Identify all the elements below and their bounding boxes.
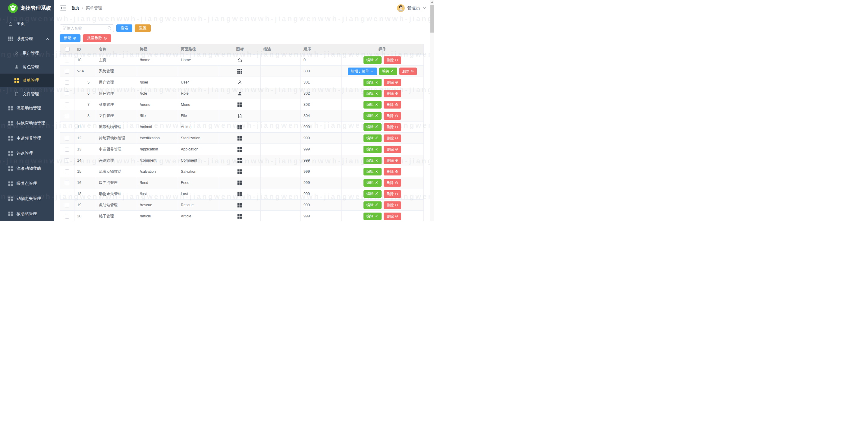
search-button[interactable]: 搜索 xyxy=(116,24,132,32)
delete-button[interactable]: 删除⊖ xyxy=(384,179,401,187)
delete-button[interactable]: 删除⊖ xyxy=(399,67,417,75)
delete-button[interactable]: 删除⊖ xyxy=(384,123,401,131)
row-actions: 编辑删除⊖ xyxy=(342,188,423,199)
sidebar-item-adoption-application-management[interactable]: 申请领养管理 xyxy=(0,131,54,146)
edit-button[interactable]: 编辑 xyxy=(364,190,381,198)
edit-button[interactable]: 编辑 xyxy=(364,168,381,175)
delete-button[interactable]: 删除⊖ xyxy=(384,168,401,175)
reset-button[interactable]: 重置 xyxy=(135,24,151,32)
edit-button[interactable]: 编辑 xyxy=(364,101,381,109)
row-page-path: Rescue xyxy=(178,200,219,210)
grid-2x2-icon xyxy=(237,102,242,107)
action-toolbar: 新增⊕ 批量删除⊖ xyxy=(60,34,434,42)
sidebar-item-comment-management[interactable]: 评论管理 xyxy=(0,146,54,161)
edit-button[interactable]: 编辑 xyxy=(364,112,381,120)
delete-button[interactable]: 删除⊖ xyxy=(384,157,401,164)
edit-button[interactable]: 编辑 xyxy=(364,179,381,187)
add-child-button[interactable]: 新增子菜单＋ xyxy=(348,67,377,75)
row-checkbox[interactable] xyxy=(65,125,69,129)
edit-button[interactable]: 编辑 xyxy=(364,56,381,64)
sidebar-item-user-management[interactable]: 用户管理 xyxy=(0,47,54,60)
sidebar-menu: 主页 系统管理 用户管理 角色管理 菜单管理 文件管理 流浪动物管理 xyxy=(0,16,54,221)
grid-2x2-icon xyxy=(237,191,242,197)
sidebar-item-lost-animal-management[interactable]: 动物走失管理 xyxy=(0,191,54,206)
row-checkbox[interactable] xyxy=(65,181,69,185)
sidebar-item-stray-animal-rescue[interactable]: 流浪动物救助 xyxy=(0,161,54,176)
edit-button[interactable]: 编辑 xyxy=(364,135,381,142)
table-row: 14 评论管理 /comment Comment 999 编辑删除⊖ xyxy=(60,155,424,166)
edit-button[interactable]: 编辑 xyxy=(364,201,381,209)
row-checkbox[interactable] xyxy=(65,192,69,196)
sidebar-item-stray-animal-management[interactable]: 流浪动物管理 xyxy=(0,101,54,116)
row-path xyxy=(137,66,178,77)
row-id: 20 xyxy=(77,214,82,218)
row-name: 申请领养管理 xyxy=(96,144,137,155)
row-checkbox[interactable] xyxy=(65,114,69,118)
row-checkbox[interactable] xyxy=(65,69,69,73)
row-order: 999 xyxy=(301,200,342,210)
row-checkbox[interactable] xyxy=(65,136,69,141)
row-order: 999 xyxy=(301,121,342,132)
delete-button[interactable]: 删除⊖ xyxy=(384,201,401,209)
row-checkbox[interactable] xyxy=(65,214,69,218)
user-filled-icon xyxy=(237,91,242,96)
batch-delete-button[interactable]: 批量删除⊖ xyxy=(83,34,111,42)
row-checkbox[interactable] xyxy=(65,147,69,152)
delete-button[interactable]: 删除⊖ xyxy=(384,190,401,198)
delete-button[interactable]: 删除⊖ xyxy=(384,90,401,97)
delete-button[interactable]: 删除⊖ xyxy=(384,146,401,153)
row-name: 救助站管理 xyxy=(96,200,137,210)
row-desc xyxy=(261,188,301,199)
row-actions: 编辑删除⊖ xyxy=(342,132,423,144)
edit-button[interactable]: 编辑 xyxy=(364,79,381,86)
row-page-path xyxy=(178,66,219,77)
sidebar-item-menu-management[interactable]: 菜单管理 xyxy=(0,73,54,87)
breadcrumb-home[interactable]: 首页 xyxy=(71,5,79,11)
delete-button[interactable]: 删除⊖ xyxy=(384,212,401,220)
search-input[interactable] xyxy=(60,24,114,32)
sidebar-item-rescue-station-management[interactable]: 救助站管理 xyxy=(0,206,54,221)
expand-arrow-icon[interactable] xyxy=(77,70,81,72)
sidebar-item-label: 用户管理 xyxy=(23,51,39,56)
sidebar-item-sterilization-management[interactable]: 待绝育动物管理 xyxy=(0,116,54,131)
sidebar-item-system-management[interactable]: 系统管理 xyxy=(0,31,54,47)
sidebar-item-file-management[interactable]: 文件管理 xyxy=(0,87,54,101)
grid-2x2-icon xyxy=(237,203,242,208)
row-order: 999 xyxy=(301,188,342,199)
select-all-checkbox[interactable] xyxy=(65,47,70,52)
row-checkbox[interactable] xyxy=(65,203,69,207)
row-checkbox[interactable] xyxy=(65,58,69,62)
row-actions: 新增子菜单＋编辑删除⊖ xyxy=(342,66,423,77)
avatar xyxy=(397,4,405,12)
row-checkbox[interactable] xyxy=(65,158,69,163)
edit-button[interactable]: 编辑 xyxy=(364,212,381,220)
table-row: 8 文件管理 /file File 304 编辑删除⊖ xyxy=(60,110,424,121)
delete-button[interactable]: 删除⊖ xyxy=(384,112,401,120)
sidebar-item-feeding-point-management[interactable]: 喂养点管理 xyxy=(0,176,54,191)
row-actions: 编辑删除⊖ xyxy=(342,144,423,155)
table-row: 11 流浪动物管理 /animal Animal 999 编辑删除⊖ xyxy=(60,121,424,132)
row-checkbox[interactable] xyxy=(65,91,69,96)
sidebar-collapse-icon[interactable] xyxy=(60,5,66,10)
edit-button[interactable]: 编辑 xyxy=(364,123,381,131)
delete-button[interactable]: 删除⊖ xyxy=(384,135,401,142)
edit-button[interactable]: 编辑 xyxy=(364,146,381,153)
row-order: 999 xyxy=(301,211,342,221)
user-menu[interactable]: 管理员 xyxy=(397,4,426,12)
row-checkbox[interactable] xyxy=(65,102,69,107)
scrollbar-up-arrow-icon[interactable] xyxy=(431,1,433,3)
edit-button[interactable]: 编辑 xyxy=(364,157,381,164)
page-scrollbar[interactable] xyxy=(430,0,434,221)
edit-button[interactable]: 编辑 xyxy=(364,90,381,97)
edit-button[interactable]: 编辑 xyxy=(379,67,397,75)
sidebar-item-role-management[interactable]: 角色管理 xyxy=(0,60,54,73)
row-checkbox[interactable] xyxy=(65,80,69,85)
table-row: 13 申请领养管理 /applcation Applcation 999 编辑删… xyxy=(60,144,424,155)
delete-button[interactable]: 删除⊖ xyxy=(384,101,401,109)
add-button[interactable]: 新增⊕ xyxy=(60,34,81,42)
delete-button[interactable]: 删除⊖ xyxy=(384,56,401,64)
scrollbar-thumb[interactable] xyxy=(430,5,434,33)
sidebar-item-home[interactable]: 主页 xyxy=(0,16,54,31)
delete-button[interactable]: 删除⊖ xyxy=(384,79,401,86)
row-checkbox[interactable] xyxy=(65,170,69,174)
